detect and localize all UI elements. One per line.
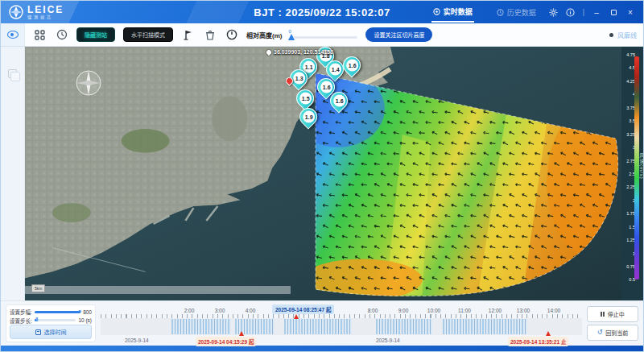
pause-icon — [601, 312, 605, 317]
data-tabs: 实时数据 历史数据 — [431, 2, 538, 23]
divider: | — [583, 8, 584, 16]
wind-speed-colorbar-panel: 4.754.54.2543.753.53.2532.752.52.2521.75… — [621, 47, 643, 300]
left-tool-strip — [1, 47, 25, 300]
colorbar-title: 风速(m/s) — [638, 153, 644, 180]
bjt-clock: BJT : 2025/09/22 15:02:07 — [1, 6, 643, 19]
title-bar: LEICE 镭测创芯 BJT : 2025/09/22 15:02:07 实时数… — [1, 1, 643, 23]
view-eye-toggle[interactable] — [1, 23, 25, 46]
settings-gear-icon[interactable] — [549, 7, 559, 17]
step-size-value: 800 — [83, 309, 92, 315]
station-wind-value: 1.6 — [346, 60, 358, 72]
timeline-date-mid: 2025-9-14 — [376, 338, 400, 343]
history-clock-icon — [497, 9, 504, 16]
refresh-icon: ↺ — [597, 330, 603, 335]
step-size-label: 设置步幅: — [10, 308, 32, 316]
colorbar-tick: 2 — [622, 199, 635, 204]
colorbar-tick: 3.75 — [622, 106, 635, 111]
choose-time-button[interactable]: 选择时间 — [10, 325, 92, 339]
hide-stations-button[interactable]: 隐藏测站 — [76, 27, 115, 42]
tab-history-data[interactable]: 历史数据 — [495, 2, 538, 22]
logo-text: LEICE — [27, 5, 64, 14]
leice-logo: LEICE 镭测创芯 — [9, 5, 64, 19]
slider-handle[interactable] — [288, 34, 295, 40]
satellite-map[interactable]: 36.039903, 120.514158 1.81.11.41.61.31.6… — [25, 47, 621, 300]
scan-mode-button[interactable]: 水平扫描模式 — [123, 27, 173, 42]
interval-slider-handle[interactable]: ‖ — [34, 317, 40, 323]
maximize-button[interactable] — [609, 7, 618, 17]
interval-slider[interactable]: ‖ — [35, 319, 76, 321]
relative-height-label: 相对高度(m) — [246, 31, 282, 39]
cursor-coordinates: 36.039903, 120.514158 — [266, 49, 333, 55]
timeline-hour-label: 13:00 — [517, 308, 530, 313]
timeline-hour-label: 12:00 — [489, 308, 502, 313]
timeline[interactable]: 2:003:004:005:008:009:0010:0011:0012:001… — [101, 304, 582, 342]
realtime-icon — [433, 8, 440, 15]
timeline-start-marker — [239, 331, 244, 336]
relative-height-slider[interactable]: 0 — [290, 36, 357, 39]
leice-logo-icon — [9, 5, 23, 19]
power-icon[interactable] — [225, 28, 238, 42]
stop-button-label: 停止中 — [608, 310, 625, 318]
trash-icon[interactable] — [203, 28, 217, 42]
timeline-end-marker — [546, 331, 551, 336]
info-icon[interactable] — [566, 7, 576, 17]
colorbar-tick: 3 — [622, 146, 635, 151]
stop-button[interactable]: 停止中 — [587, 306, 638, 322]
choose-time-label: 选择时间 — [44, 328, 67, 336]
station-wind-value: 1.9 — [303, 111, 315, 123]
map-markers: 1.81.11.41.61.31.61.51.61.9 — [25, 47, 621, 300]
colorbar-tick: 4 — [622, 93, 635, 97]
colorbar-tick: 1.5 — [622, 226, 635, 230]
wind-profile-toggle[interactable]: 风廓线 — [609, 31, 637, 39]
timeline-hour-label: 8:00 — [368, 308, 378, 313]
map-toolbar: 隐藏测站 水平扫描模式 相对高度(m) 0 设置关注区切片高度 风廓线 — [1, 23, 643, 47]
colorbar-tick: 1.75 — [622, 212, 635, 217]
colorbar-tick: 2.5 — [622, 172, 635, 177]
step-slider-handle[interactable]: » — [76, 309, 83, 315]
timeline-dates: 2025-9-14 2025-9-14 2025-09-14 04:15:29 … — [101, 335, 582, 346]
layers-icon[interactable] — [8, 69, 17, 78]
coordinates-text: 36.039903, 120.514158 — [274, 49, 333, 55]
tab-history-label: 历史数据 — [507, 7, 536, 18]
colorbar-tick: 0.75 — [622, 265, 635, 270]
main-content: 36.039903, 120.514158 1.81.11.41.61.31.6… — [1, 47, 643, 300]
colorbar-tick: 3.25 — [622, 133, 635, 138]
interval-label: 设置步长: — [10, 317, 32, 325]
timeline-data-segment[interactable] — [171, 319, 231, 334]
timeline-data-segment[interactable] — [376, 319, 432, 334]
location-pin-icon — [266, 48, 272, 55]
eye-icon — [7, 31, 19, 39]
station-wind-value: 1.6 — [320, 81, 332, 93]
timeline-ruler: 2:003:004:005:008:009:0010:0011:0012:001… — [101, 304, 582, 318]
minimize-button[interactable]: – — [592, 7, 601, 17]
history-mode-icon[interactable] — [55, 28, 68, 42]
step-size-slider[interactable]: » — [35, 311, 80, 313]
timeline-current-chip: 2025-09-14 08:25:47 起 — [272, 304, 334, 314]
window-controls: | – × — [549, 7, 635, 17]
colorbar-tick: 1 — [622, 252, 635, 257]
timeline-track[interactable] — [101, 318, 582, 335]
timeline-start-chip: 2025-09-14 04:15:29 起 — [196, 337, 256, 346]
interval-value: 10 (s) — [78, 317, 92, 323]
back-to-current-button[interactable]: ↺ 回到当前 — [587, 325, 638, 341]
timeline-hour-label: 2:00 — [184, 308, 195, 313]
wind-station-marker[interactable]: 1.9 — [295, 104, 320, 129]
app-window: LEICE 镭测创芯 BJT : 2025/09/22 15:02:07 实时数… — [0, 0, 644, 352]
timeline-data-segment[interactable] — [443, 319, 527, 334]
wind-station-marker[interactable]: 1.5 — [292, 85, 317, 110]
timeline-data-segment[interactable] — [284, 319, 352, 334]
tab-realtime-data[interactable]: 实时数据 — [431, 2, 474, 23]
set-region-height-button[interactable]: 设置关注区切片高度 — [365, 27, 432, 42]
wind-profile-icon — [609, 33, 613, 37]
layout-grid-icon[interactable] — [33, 28, 47, 42]
calendar-icon — [35, 329, 41, 335]
station-wind-value: 1.4 — [329, 64, 341, 76]
station-wind-value: 1.5 — [299, 93, 312, 105]
wind-station-marker[interactable]: 1.6 — [339, 52, 364, 77]
timeline-date-left: 2025-9-14 — [125, 338, 149, 343]
timeline-current-marker[interactable] — [294, 314, 299, 319]
close-button[interactable]: × — [625, 7, 635, 17]
playback-buttons: 停止中 ↺ 回到当前 — [587, 304, 638, 342]
colorbar-tick: 0.5 — [622, 278, 635, 283]
flag-marker-icon[interactable] — [181, 28, 195, 42]
